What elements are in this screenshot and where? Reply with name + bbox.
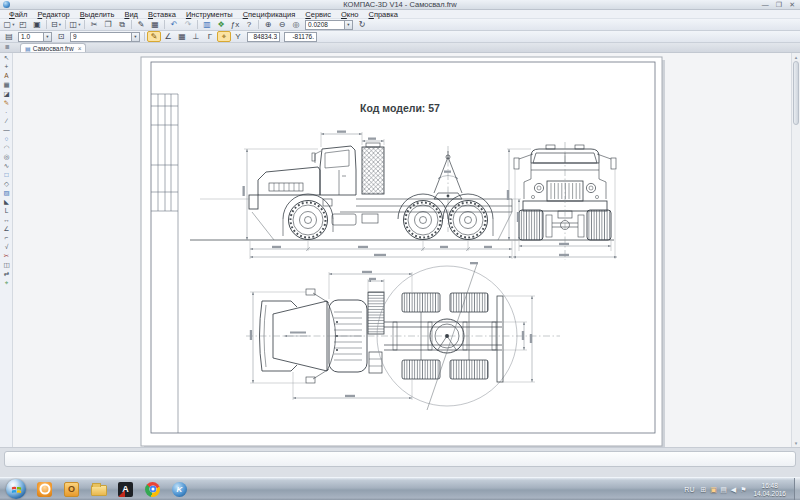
variables-button[interactable]: ❖ — [214, 19, 228, 30]
layer-dropdown[interactable]: ▾ — [132, 32, 140, 42]
menu-tools[interactable]: Инструменты — [181, 10, 238, 19]
menu-editor[interactable]: Редактор — [32, 10, 74, 19]
language-indicator[interactable]: RU — [684, 486, 694, 493]
preview-button[interactable]: ◫▾ — [68, 19, 82, 30]
new-document-button[interactable]: ▢▾ — [2, 19, 16, 30]
scroll-down-arrow[interactable]: ▾ — [792, 440, 800, 446]
polygon-tool-icon[interactable]: ◇ — [0, 179, 13, 188]
text-tool-icon[interactable]: A — [0, 71, 13, 80]
layer-value[interactable]: 9 — [70, 32, 132, 42]
menu-help[interactable]: Справка — [363, 10, 402, 19]
print-button[interactable]: ⊟▾ — [49, 19, 63, 30]
layer-combo[interactable]: 9 ▾ — [70, 32, 140, 42]
grid-button[interactable]: ▦ — [175, 31, 189, 42]
pointer-tool-icon[interactable]: ↖ — [0, 53, 13, 62]
app-a-icon[interactable]: A — [115, 480, 136, 499]
outlook-icon[interactable]: O — [61, 480, 82, 499]
roughness-tool-icon[interactable]: √ — [0, 242, 13, 251]
tray-network-icon[interactable]: ▤ — [718, 484, 728, 496]
print-button-dropdown[interactable]: ▾ — [59, 19, 61, 30]
hatch-tool-icon[interactable]: ▨ — [0, 188, 13, 197]
menu-service[interactable]: Сервис — [300, 10, 336, 19]
tray-clock[interactable]: 16:48 14.04.2016 — [753, 482, 792, 498]
snaps-toggle[interactable]: ⌖ — [217, 31, 231, 42]
aux-line-tool-icon[interactable]: ∕ — [0, 116, 13, 125]
panel-toggle-icon[interactable]: ≣ — [2, 43, 12, 52]
rect-tool-icon[interactable]: □ — [0, 170, 13, 179]
insert-table-button[interactable]: ▦ — [148, 19, 162, 30]
line-style-dropdown[interactable]: ▾ — [44, 32, 52, 42]
close-button[interactable]: ✕ — [789, 0, 795, 10]
vertical-scrollbar[interactable]: ▴ ▾ — [791, 53, 800, 447]
leader-tool-icon[interactable]: ⌐ — [0, 233, 13, 242]
measure-tool-icon[interactable]: ⌖ — [0, 278, 13, 287]
kompas-taskbar-icon[interactable]: K — [169, 480, 190, 499]
table-tool-icon[interactable]: ▦ — [0, 80, 13, 89]
chrome-icon[interactable] — [142, 480, 163, 499]
copy-style-button[interactable]: ✎ — [134, 19, 148, 30]
fx-button[interactable]: ƒx — [228, 19, 242, 30]
menu-select[interactable]: Выделить — [75, 10, 120, 19]
paste-button[interactable]: ⧉ — [115, 19, 129, 30]
save-button[interactable]: ▣ — [30, 19, 44, 30]
new-document-button-dropdown[interactable]: ▾ — [12, 19, 14, 30]
menu-view[interactable]: Вид — [119, 10, 143, 19]
tab-samosval[interactable]: ▤ Самосвал.frw × — [20, 43, 86, 52]
edit-mode-toggle[interactable]: ✎ — [147, 31, 161, 42]
menu-file[interactable]: Файл — [4, 10, 32, 19]
show-desktop-button[interactable] — [794, 478, 800, 500]
ellipse-tool-icon[interactable]: ◎ — [0, 152, 13, 161]
line-style-icon[interactable]: ▤ — [2, 31, 16, 42]
zoom-in-button[interactable]: ⊕ — [261, 19, 275, 30]
zoom-area-button[interactable]: ◎ — [289, 19, 303, 30]
zoom-scale-combo[interactable]: 0.0208 ▾ — [305, 20, 353, 30]
layer-icon[interactable]: ⊡ — [54, 31, 68, 42]
preview-button-dropdown[interactable]: ▾ — [78, 19, 80, 30]
tray-volume-icon[interactable]: ◀ — [728, 484, 738, 496]
tray-update-icon[interactable]: ▣ — [708, 484, 718, 496]
redo-button[interactable]: ↷ — [181, 19, 195, 30]
coord-y-field[interactable]: -81176. — [284, 32, 317, 42]
tab-close-icon[interactable]: × — [78, 45, 82, 52]
trim-tool-icon[interactable]: ✂ — [0, 251, 13, 260]
mirror-tool-icon[interactable]: ◫ — [0, 260, 13, 269]
context-help-button[interactable]: ? — [242, 19, 256, 30]
circle-tool-icon[interactable]: ○ — [0, 134, 13, 143]
zoom-out-button[interactable]: ⊖ — [275, 19, 289, 30]
arc-tool-icon[interactable]: ◠ — [0, 143, 13, 152]
pan-tool-icon[interactable]: + — [0, 62, 13, 71]
minimize-button[interactable]: — — [762, 0, 769, 10]
angle-dimension-tool-icon[interactable]: ∠ — [0, 224, 13, 233]
tray-flag-icon[interactable]: ⚑ — [738, 484, 748, 496]
media-player-icon[interactable] — [34, 480, 55, 499]
menu-insert[interactable]: Вставка — [143, 10, 181, 19]
explorer-folder-icon[interactable] — [88, 480, 109, 499]
start-button[interactable] — [6, 479, 26, 499]
zoom-scale-dropdown[interactable]: ▾ — [345, 20, 353, 30]
menu-window[interactable]: Окно — [336, 10, 363, 19]
chamfer-tool-icon[interactable]: ◣ — [0, 197, 13, 206]
drawing-canvas[interactable]: Код модели: 57 — [13, 53, 800, 447]
line-tool-icon[interactable]: — — [0, 125, 13, 134]
picture-tool-icon[interactable]: ◪ — [0, 89, 13, 98]
local-csys-button[interactable]: Γ — [203, 31, 217, 42]
menu-specification[interactable]: Спецификация — [238, 10, 301, 19]
scroll-up-arrow[interactable]: ▴ — [792, 54, 800, 60]
refresh-view-button[interactable]: ↻ — [355, 19, 369, 30]
line-style-combo[interactable]: 1.0 ▾ — [18, 32, 52, 42]
tray-kompas-icon[interactable]: ⊞ — [698, 484, 708, 496]
zoom-scale-value[interactable]: 0.0208 — [305, 20, 345, 30]
pencil-tool-icon[interactable]: ✎ — [0, 98, 13, 107]
move-tool-icon[interactable]: ⇄ — [0, 269, 13, 278]
dimension-tool-icon[interactable]: ↔ — [0, 215, 13, 224]
line-style-value[interactable]: 1.0 — [18, 32, 44, 42]
point-tool-icon[interactable]: ∙ — [0, 107, 13, 116]
undo-button[interactable]: ↶ — [167, 19, 181, 30]
open-document-button[interactable]: ◰ — [16, 19, 30, 30]
coord-x-field[interactable]: 84834.3 — [247, 32, 280, 42]
spline-tool-icon[interactable]: ∿ — [0, 161, 13, 170]
restore-button[interactable]: ❐ — [776, 0, 782, 10]
copy-button[interactable]: ❐ — [101, 19, 115, 30]
fillet-tool-icon[interactable]: L — [0, 206, 13, 215]
scrollbar-thumb[interactable] — [793, 61, 799, 125]
